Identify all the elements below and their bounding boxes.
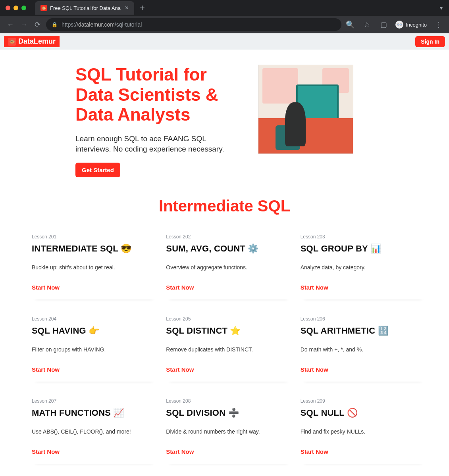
nav-back-icon[interactable]: ← <box>6 21 15 29</box>
lesson-card[interactable]: Lesson 202SUM, AVG, COUNT ⚙️Overview of … <box>166 227 291 299</box>
start-now-link[interactable]: Start Now <box>32 448 60 455</box>
start-now-link[interactable]: Start Now <box>166 448 194 455</box>
browser-tab[interactable]: 🐵 Free SQL Tutorial for Data Ana × <box>35 1 134 15</box>
lesson-title: INTERMEDIATE SQL 😎 <box>32 244 153 254</box>
lessons-grid: Lesson 201INTERMEDIATE SQL 😎Buckle up: s… <box>0 227 449 476</box>
lesson-number: Lesson 202 <box>166 234 287 240</box>
start-now-link[interactable]: Start Now <box>32 284 60 291</box>
lesson-title: SQL DIVISION ➗ <box>166 408 287 418</box>
lesson-number: Lesson 208 <box>166 398 287 404</box>
lesson-title: SQL NULL 🚫 <box>301 408 422 418</box>
get-started-button[interactable]: Get Started <box>75 163 120 177</box>
lesson-title: SQL HAVING 👉 <box>32 326 153 336</box>
site-header: 🐵 DataLemur Sign In <box>0 33 449 50</box>
start-now-link[interactable]: Start Now <box>301 448 328 455</box>
hero-content: SQL Tutorial for Data Scientists & Data … <box>75 65 242 177</box>
url-text: https://datalemur.com/sql-tutorial <box>62 21 142 28</box>
window-minimize-icon[interactable] <box>13 6 18 10</box>
lesson-number: Lesson 207 <box>32 398 153 404</box>
lesson-card[interactable]: Lesson 201INTERMEDIATE SQL 😎Buckle up: s… <box>32 227 156 299</box>
brand-logo[interactable]: 🐵 DataLemur <box>4 36 60 47</box>
lesson-description: Find and fix pesky NULLs. <box>301 428 422 435</box>
address-bar[interactable]: 🔒 https://datalemur.com/sql-tutorial <box>46 18 341 31</box>
browser-toolbar: ← → ⟳ 🔒 https://datalemur.com/sql-tutori… <box>0 16 449 33</box>
lesson-card[interactable]: Lesson 209SQL NULL 🚫Find and fix pesky N… <box>301 391 425 464</box>
brand-name: DataLemur <box>18 37 56 46</box>
lesson-title: SQL DISTINCT ⭐ <box>166 326 287 336</box>
bookmark-icon[interactable]: ☆ <box>362 20 372 29</box>
url-host: datalemur.com <box>78 21 115 28</box>
search-icon[interactable]: 🔍 <box>345 20 355 29</box>
toolbar-right: 🔍 ☆ ▢ 👓 Incognito ⋮ <box>345 20 443 29</box>
lesson-number: Lesson 204 <box>32 316 153 322</box>
lock-icon: 🔒 <box>52 22 58 27</box>
lesson-description: Buckle up: shit's about to get real. <box>32 264 153 271</box>
tab-close-icon[interactable]: × <box>125 4 129 12</box>
hero: SQL Tutorial for Data Scientists & Data … <box>0 50 449 181</box>
incognito-label: Incognito <box>406 22 427 28</box>
start-now-link[interactable]: Start Now <box>301 284 328 291</box>
tab-strip: 🐵 Free SQL Tutorial for Data Ana × + ▾ <box>0 0 449 16</box>
lesson-description: Remove duplicates with DISTINCT. <box>166 346 287 353</box>
start-now-link[interactable]: Start Now <box>301 366 328 373</box>
lesson-title: SUM, AVG, COUNT ⚙️ <box>166 244 287 254</box>
incognito-indicator: 👓 Incognito <box>395 21 427 29</box>
brand-icon: 🐵 <box>8 38 16 46</box>
menu-icon[interactable]: ⋮ <box>434 20 443 29</box>
hero-title: SQL Tutorial for Data Scientists & Data … <box>75 65 242 125</box>
tab-title: Free SQL Tutorial for Data Ana <box>50 5 122 11</box>
lesson-title: SQL GROUP BY 📊 <box>301 244 422 254</box>
favicon-icon: 🐵 <box>40 5 47 11</box>
lesson-card[interactable]: Lesson 203SQL GROUP BY 📊Analyze data, by… <box>301 227 425 299</box>
hero-illustration <box>258 65 353 154</box>
lesson-card[interactable]: Lesson 205SQL DISTINCT ⭐Remove duplicate… <box>166 309 291 382</box>
lesson-description: Use ABS(), CEIL(), FLOOR(), and more! <box>32 428 153 435</box>
hero-subtitle: Learn enough SQL to ace FAANG SQL interv… <box>75 134 242 155</box>
lesson-title: MATH FUNCTIONS 📈 <box>32 408 153 418</box>
window-close-icon[interactable] <box>6 6 10 10</box>
lesson-number: Lesson 205 <box>166 316 287 322</box>
lesson-card[interactable]: Lesson 204SQL HAVING 👉Filter on groups w… <box>32 309 156 382</box>
lesson-description: Do math with +, *, and %. <box>301 346 422 353</box>
panel-icon[interactable]: ▢ <box>379 20 388 29</box>
lesson-number: Lesson 201 <box>32 234 153 240</box>
lesson-card[interactable]: Lesson 207MATH FUNCTIONS 📈Use ABS(), CEI… <box>32 391 156 464</box>
lesson-description: Overview of aggregate functions. <box>166 264 287 271</box>
start-now-link[interactable]: Start Now <box>166 366 194 373</box>
lesson-title: SQL ARITHMETIC 🔢 <box>301 326 422 336</box>
lesson-card[interactable]: Lesson 206SQL ARITHMETIC 🔢Do math with +… <box>301 309 425 382</box>
lesson-number: Lesson 209 <box>301 398 422 404</box>
browser-chrome: 🐵 Free SQL Tutorial for Data Ana × + ▾ ←… <box>0 0 449 33</box>
lesson-description: Filter on groups with HAVING. <box>32 346 153 353</box>
lesson-number: Lesson 206 <box>301 316 422 322</box>
lesson-card[interactable]: Lesson 208SQL DIVISION ➗Divide & round n… <box>166 391 291 464</box>
lesson-description: Analyze data, by category. <box>301 264 422 271</box>
new-tab-button[interactable]: + <box>140 3 145 13</box>
start-now-link[interactable]: Start Now <box>32 366 60 373</box>
tab-overflow-icon[interactable]: ▾ <box>434 5 449 11</box>
lesson-description: Divide & round numbers the right way. <box>166 428 287 435</box>
url-protocol: https:// <box>62 21 78 28</box>
nav-reload-icon[interactable]: ⟳ <box>33 20 42 29</box>
window-maximize-icon[interactable] <box>21 6 26 10</box>
window-controls <box>2 6 31 10</box>
sign-in-button[interactable]: Sign In <box>415 36 445 47</box>
incognito-icon: 👓 <box>395 21 403 29</box>
url-path: /sql-tutorial <box>115 21 142 28</box>
section-title: Intermediate SQL <box>0 197 449 215</box>
lesson-number: Lesson 203 <box>301 234 422 240</box>
nav-forward-icon: → <box>19 21 29 29</box>
start-now-link[interactable]: Start Now <box>166 284 194 291</box>
